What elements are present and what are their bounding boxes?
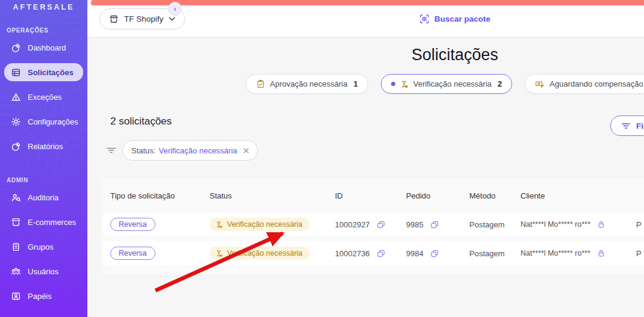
lock-icon[interactable] xyxy=(597,249,605,257)
gear-icon xyxy=(11,117,21,127)
col-status: Status xyxy=(210,191,232,200)
sidebar-item-dashboard[interactable]: Dashboard xyxy=(4,38,83,57)
id-card-icon xyxy=(11,291,21,301)
table-row[interactable]: Reversa Verificação necessária 10002736 … xyxy=(103,241,644,265)
users-icon xyxy=(11,266,21,277)
order-number: 9985 xyxy=(406,220,424,229)
sidebar-item-grupos[interactable]: Grupos xyxy=(4,238,83,256)
filter-prefix: Status: xyxy=(131,146,155,155)
user-search-icon xyxy=(11,192,21,203)
chip-aprovacao-necessaria[interactable]: Aprovação necessária 1 xyxy=(246,74,368,94)
sidebar-item-label: Solicitações xyxy=(28,68,73,77)
hourglass-icon xyxy=(215,250,223,257)
order-number: 9984 xyxy=(406,249,424,258)
col-id: ID xyxy=(335,191,343,200)
pie-chart-icon xyxy=(11,43,21,53)
clipboard-check-icon xyxy=(256,79,265,88)
page-title: Solicitações xyxy=(411,46,498,64)
sidebar-item-auditoria[interactable]: Auditoria xyxy=(4,188,83,206)
sidebar-item-excecoes[interactable]: Exceções xyxy=(4,88,83,106)
col-tipo: Tipo de solicitação xyxy=(110,191,175,200)
active-filter-chip[interactable]: Status: Verificação necessária xyxy=(122,140,258,161)
results-count: 2 solicitações xyxy=(110,115,172,128)
sidebar-item-label: E-commerces xyxy=(28,218,76,227)
request-type-badge[interactable]: Reversa xyxy=(110,218,155,231)
aftersale-logo: AFTERSALE xyxy=(0,0,87,11)
table-icon xyxy=(11,67,21,78)
sidebar: AFTERSALE OPERAÇÕES Dashboard Solicitaçõ… xyxy=(0,0,87,317)
sidebar-collapse-button[interactable]: ‹ xyxy=(168,2,182,16)
sidebar-item-label: Auditoria xyxy=(28,193,58,202)
sidebar-item-configuracoes[interactable]: Configurações xyxy=(4,112,83,131)
sidebar-item-usuarios[interactable]: Usuários xyxy=(4,262,83,280)
col-metodo: Método xyxy=(469,191,495,200)
section-admin: ADMIN xyxy=(7,177,87,183)
requests-table: Tipo de solicitação Status ID Pedido Mét… xyxy=(101,178,644,274)
chip-verificacao-necessaria[interactable]: Verificação necessária 2 xyxy=(381,74,512,94)
storefront-icon xyxy=(11,217,21,227)
request-id: 10002927 xyxy=(335,220,370,229)
customer-masked: Nat****l Mo***** ro*** xyxy=(521,220,590,229)
status-chips-row: Aprovação necessária 1 Verificação neces… xyxy=(246,74,644,94)
filter-value: Verificação necessária xyxy=(158,146,237,155)
money-edit-icon xyxy=(535,79,545,88)
method: Postagem xyxy=(469,220,505,229)
search-package-button[interactable]: Buscar pacote xyxy=(419,14,490,24)
sidebar-item-label: Exceções xyxy=(28,93,61,102)
chevron-down-icon xyxy=(169,17,175,21)
col-pedido: Pedido xyxy=(406,191,430,200)
pie-chart-icon xyxy=(11,141,21,152)
sidebar-item-label: Usuários xyxy=(28,267,58,276)
building-icon xyxy=(11,242,21,252)
copy-icon[interactable] xyxy=(377,220,386,229)
status-badge: Verificação necessária xyxy=(210,247,310,260)
request-type-badge[interactable]: Reversa xyxy=(110,247,155,260)
filters-button[interactable]: Filtros xyxy=(610,115,644,136)
store-selector-label: TF Shopify xyxy=(124,14,163,23)
customer-masked: Nat****l Mo***** ro*** xyxy=(521,249,590,257)
truncated-cell: P xyxy=(636,249,642,258)
copy-icon[interactable] xyxy=(430,249,439,258)
chip-label: Aguardando compensação xyxy=(549,79,643,88)
close-icon[interactable] xyxy=(243,148,249,153)
chip-count: 1 xyxy=(354,79,358,88)
chip-label: Aprovação necessária xyxy=(270,79,348,88)
lock-icon[interactable] xyxy=(597,220,605,229)
status-label: Verificação necessária xyxy=(227,220,302,229)
hourglass-icon xyxy=(215,221,223,229)
sidebar-item-solicitacoes[interactable]: Solicitações xyxy=(4,63,83,81)
table-row[interactable]: Reversa Verificação necessária 10002927 … xyxy=(103,213,644,236)
table-header: Tipo de solicitação Status ID Pedido Mét… xyxy=(101,178,644,213)
warning-triangle-icon xyxy=(11,92,21,102)
sidebar-item-label: Configurações xyxy=(28,117,78,126)
search-package-label: Buscar pacote xyxy=(434,14,490,23)
main-content: TF Shopify Buscar pacote ‹ Solicitações … xyxy=(87,0,644,317)
filters-button-label: Filtros xyxy=(636,122,644,131)
request-id: 10002736 xyxy=(335,249,370,258)
filter-lines-icon xyxy=(621,122,631,130)
chip-count: 2 xyxy=(498,79,502,88)
sidebar-item-relatorios[interactable]: Relatórios xyxy=(4,137,83,155)
sidebar-item-ecommerces[interactable]: E-commerces xyxy=(4,213,83,231)
method: Postagem xyxy=(469,249,505,258)
barcode-scan-icon xyxy=(419,14,430,24)
section-operacoes: OPERAÇÕES xyxy=(7,27,87,34)
chip-aguardando-compensacao[interactable]: Aguardando compensação 7 xyxy=(525,74,644,94)
sidebar-item-label: Papéis xyxy=(28,292,52,301)
storefront-icon xyxy=(109,14,119,24)
copy-icon[interactable] xyxy=(430,220,439,229)
filter-lines-icon[interactable] xyxy=(106,146,116,157)
sidebar-item-label: Grupos xyxy=(28,242,54,251)
col-cliente: Cliente xyxy=(521,191,545,200)
copy-icon[interactable] xyxy=(377,249,386,258)
sidebar-item-label: Relatórios xyxy=(28,142,63,151)
chip-label: Verificação necessária xyxy=(413,79,492,88)
sidebar-item-label: Dashboard xyxy=(28,43,66,52)
sidebar-item-papeis[interactable]: Papéis xyxy=(4,287,83,305)
hourglass-icon xyxy=(400,80,408,88)
status-badge: Verificação necessária xyxy=(210,218,310,231)
truncated-cell: P xyxy=(636,220,642,229)
status-label: Verificação necessária xyxy=(227,249,302,257)
active-dot xyxy=(391,82,395,86)
